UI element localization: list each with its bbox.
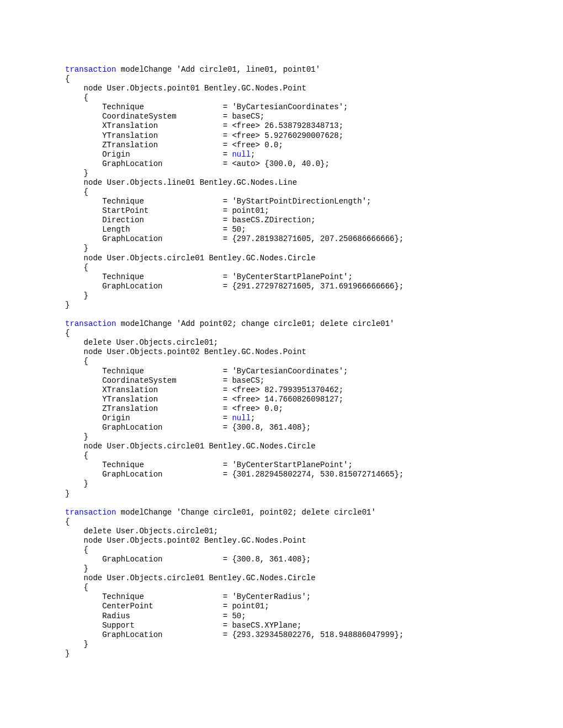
document-page: transaction modelChange 'Add circle01, l… bbox=[0, 0, 498, 659]
code-listing: transaction modelChange 'Add circle01, l… bbox=[65, 65, 498, 659]
